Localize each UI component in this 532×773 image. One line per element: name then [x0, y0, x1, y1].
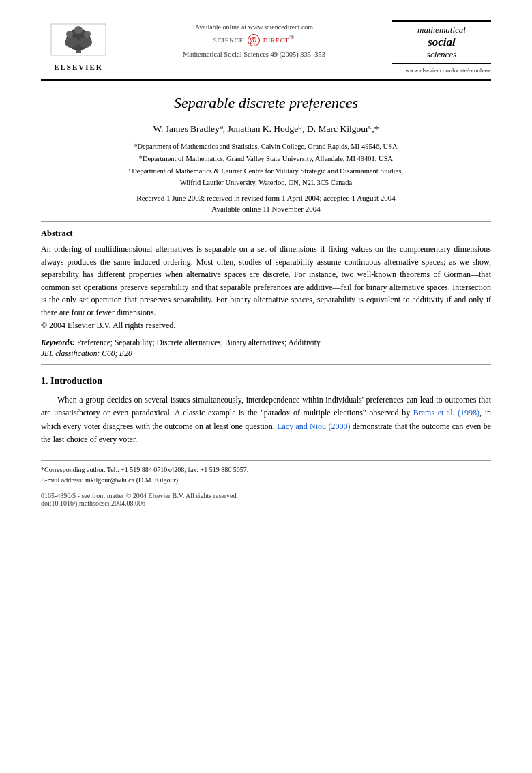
journal-math-label: mathematical — [392, 25, 491, 35]
affiliation-a: ᵃDepartment of Mathematics and Statistic… — [41, 141, 491, 152]
journal-social-label: social — [392, 35, 491, 49]
affiliation-c-line1: ᶜDepartment of Mathematics & Laurier Cen… — [41, 166, 491, 177]
journal-sciences-label: sciences — [392, 49, 491, 60]
elsevier-label: ELSEVIER — [54, 63, 103, 71]
introduction-text: When a group decides on several issues s… — [41, 394, 491, 446]
intro-paragraph-1: When a group decides on several issues s… — [41, 394, 491, 446]
elsevier-tree-icon — [48, 20, 109, 61]
available-online-date: Available online 11 November 2004 — [41, 205, 491, 213]
abstract-section: Abstract An ordering of multidimensional… — [41, 229, 491, 332]
section-number: 1. — [41, 376, 48, 386]
page: ELSEVIER Available online at www.science… — [0, 0, 532, 773]
svg-point-5 — [66, 31, 73, 38]
science-text: science — [213, 34, 244, 44]
journal-name: Mathematical Social Sciences 49 (2005) 3… — [116, 50, 392, 58]
page-header: ELSEVIER Available online at www.science… — [41, 20, 491, 81]
brams-link[interactable]: Brams et al. (1998) — [413, 408, 479, 418]
abstract-text: An ordering of multidimensional alternat… — [41, 243, 491, 332]
footer-divider — [41, 460, 491, 461]
header-center: Available online at www.sciencedirect.co… — [116, 20, 392, 58]
introduction-section: 1. Introduction When a group decides on … — [41, 376, 491, 446]
abstract-divider — [41, 221, 491, 222]
footer-bottom: 0165-4896/$ - see front matter © 2004 El… — [41, 492, 491, 507]
copyright: © 2004 Elsevier B.V. All rights reserved… — [41, 321, 175, 330]
keywords-text: Preference; Separability; Discrete alter… — [77, 338, 321, 347]
keywords-label: Keywords: — [41, 338, 75, 347]
keywords-line: Keywords: Preference; Separability; Disc… — [41, 338, 491, 347]
journal-brand-box: mathematical social sciences — [392, 20, 491, 64]
section-title: 1. Introduction — [41, 376, 491, 387]
registered-mark: ® — [289, 33, 295, 40]
section-heading: Introduction — [50, 376, 102, 386]
jel-codes: C60; E20 — [102, 349, 132, 358]
affiliation-b: ᵇDepartment of Mathematics, Grand Valley… — [41, 154, 491, 164]
header-right: mathematical social sciences www.elsevie… — [392, 20, 491, 74]
sciencedirect-logo: science @ direct® — [116, 33, 392, 46]
body-divider — [41, 364, 491, 365]
doi-line: doi:10.1016/j.mathsocsci.2004.08.006 — [41, 499, 491, 507]
authors: W. James Bradleyᵃ, Jonathan K. Hodgeᵇ, D… — [41, 123, 491, 134]
abstract-body: An ordering of multidimensional alternat… — [41, 244, 491, 317]
affiliation-c-line2: Wilfrid Laurier University, Waterloo, ON… — [41, 177, 491, 188]
svg-point-3 — [65, 37, 78, 48]
svg-point-6 — [74, 26, 83, 34]
available-online-label: Available online at www.sciencedirect.co… — [116, 23, 392, 31]
article-header: Separable discrete preferences W. James … — [41, 94, 491, 213]
article-title: Separable discrete preferences — [41, 94, 491, 112]
affiliations: ᵃDepartment of Mathematics and Statistic… — [41, 141, 491, 188]
journal-url: www.elsevier.com/locate/econbase — [392, 67, 491, 74]
email-note: E-mail address: mkilgour@wlu.ca (D.M. Ki… — [41, 475, 491, 485]
corresponding-author-note: *Corresponding author. Tel.: +1 519 884 … — [41, 465, 491, 475]
elsevier-logo-area: ELSEVIER — [41, 20, 116, 71]
at-icon: @ — [248, 34, 260, 46]
lacy-link[interactable]: Lacy and Niou (2000) — [277, 422, 350, 431]
direct-text: direct — [263, 34, 290, 44]
footer-notes: *Corresponding author. Tel.: +1 519 884 … — [41, 465, 491, 485]
abstract-title: Abstract — [41, 229, 491, 239]
issn-line: 0165-4896/$ - see front matter © 2004 El… — [41, 492, 491, 499]
received-dates: Received 1 June 2003; received in revise… — [41, 194, 491, 202]
jel-line: JEL classification: C60; E20 — [41, 349, 491, 358]
jel-label: JEL classification: — [41, 349, 100, 358]
svg-point-7 — [84, 31, 91, 38]
svg-point-4 — [78, 37, 92, 48]
